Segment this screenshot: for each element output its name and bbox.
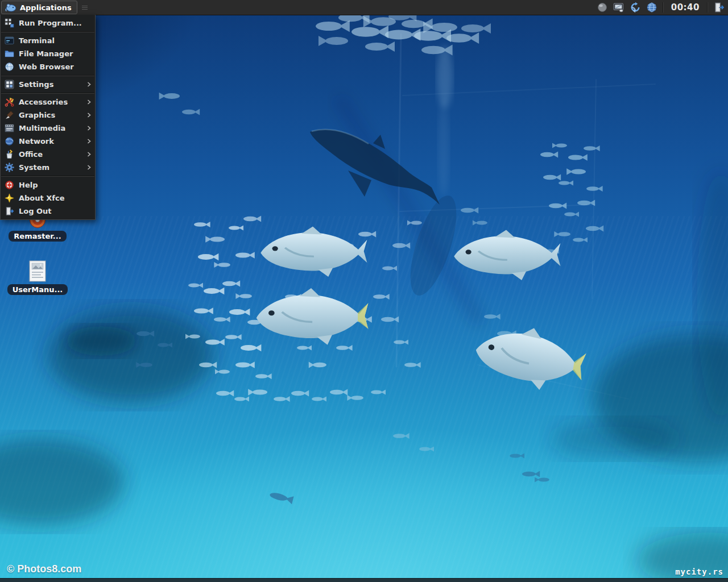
sync-refresh-icon[interactable] bbox=[630, 2, 641, 13]
desktop: Applications bbox=[0, 0, 728, 582]
submenu-arrow-icon bbox=[86, 126, 92, 131]
log-out-door-icon bbox=[5, 206, 14, 216]
menu-separator bbox=[1, 75, 94, 76]
menu-item-run-program[interactable]: Run Program... bbox=[1, 16, 95, 30]
top-panel: Applications bbox=[0, 0, 728, 15]
system-tray: 00:40 bbox=[597, 2, 728, 13]
submenu-arrow-icon bbox=[86, 152, 92, 157]
photos8-watermark: © Photos8.com bbox=[7, 563, 81, 575]
volume-sphere-icon[interactable] bbox=[597, 2, 608, 13]
user-manual-document-icon bbox=[29, 260, 46, 282]
applications-dropdown-menu: Run Program... Terminal File Manager bbox=[0, 15, 96, 220]
run-program-icon bbox=[5, 18, 14, 28]
xfce-logo-icon bbox=[5, 2, 16, 13]
network-globe-icon[interactable] bbox=[646, 2, 657, 13]
panel-clock[interactable]: 00:40 bbox=[669, 2, 702, 13]
submenu-arrow-icon bbox=[86, 99, 92, 105]
applications-menu-button[interactable]: Applications bbox=[1, 1, 77, 14]
system-gear-icon bbox=[5, 163, 14, 172]
desktop-icon-usermanual[interactable]: UserManu... bbox=[10, 260, 65, 295]
bottom-hidden-panel[interactable] bbox=[0, 578, 728, 582]
menu-item-office[interactable]: Office bbox=[1, 148, 95, 161]
mycity-branding: mycity.rs bbox=[675, 567, 723, 576]
about-xfce-star-icon bbox=[5, 193, 14, 203]
applications-menu-label: Applications bbox=[20, 3, 72, 12]
network-icon bbox=[5, 136, 14, 146]
display-settings-icon[interactable] bbox=[613, 2, 624, 13]
submenu-arrow-icon bbox=[86, 165, 92, 170]
menu-item-help[interactable]: Help bbox=[1, 178, 95, 192]
accessories-icon bbox=[5, 97, 14, 107]
menu-item-multimedia[interactable]: Multimedia bbox=[1, 122, 95, 135]
menu-item-system[interactable]: System bbox=[1, 161, 95, 174]
desktop-icon-label: UserManu... bbox=[7, 284, 68, 295]
submenu-arrow-icon bbox=[86, 82, 92, 87]
top-fish-school bbox=[316, 11, 491, 55]
menu-separator bbox=[1, 31, 94, 32]
menu-item-file-manager[interactable]: File Manager bbox=[1, 47, 95, 60]
multimedia-icon bbox=[5, 123, 14, 133]
menu-item-web-browser[interactable]: Web Browser bbox=[1, 60, 95, 73]
file-manager-icon bbox=[5, 49, 14, 59]
help-lifesaver-icon bbox=[5, 180, 14, 190]
desktop-icon-label: Remaster... bbox=[9, 231, 66, 242]
menu-item-log-out[interactable]: Log Out bbox=[1, 205, 95, 218]
panel-grip-handle[interactable] bbox=[82, 6, 88, 10]
submenu-arrow-icon bbox=[86, 113, 92, 118]
menu-item-accessories[interactable]: Accessories bbox=[1, 95, 95, 109]
light-shimmer bbox=[437, 45, 453, 196]
tray-separator bbox=[663, 2, 664, 13]
terminal-icon bbox=[5, 36, 14, 45]
settings-icon bbox=[5, 80, 14, 89]
log-out-door-icon[interactable] bbox=[713, 2, 725, 13]
menu-item-settings[interactable]: Settings bbox=[1, 78, 95, 91]
menu-item-about-xfce[interactable]: About Xfce bbox=[1, 192, 95, 205]
menu-item-terminal[interactable]: Terminal bbox=[1, 34, 95, 47]
graphics-icon bbox=[5, 110, 14, 120]
menu-separator bbox=[1, 176, 94, 177]
web-browser-icon bbox=[5, 62, 14, 72]
tray-separator bbox=[707, 2, 708, 13]
menu-separator bbox=[1, 93, 94, 94]
wallpaper-fish-art bbox=[0, 0, 728, 582]
submenu-arrow-icon bbox=[86, 139, 92, 144]
office-icon bbox=[5, 149, 14, 159]
menu-item-graphics[interactable]: Graphics bbox=[1, 109, 95, 122]
menu-item-network[interactable]: Network bbox=[1, 135, 95, 148]
